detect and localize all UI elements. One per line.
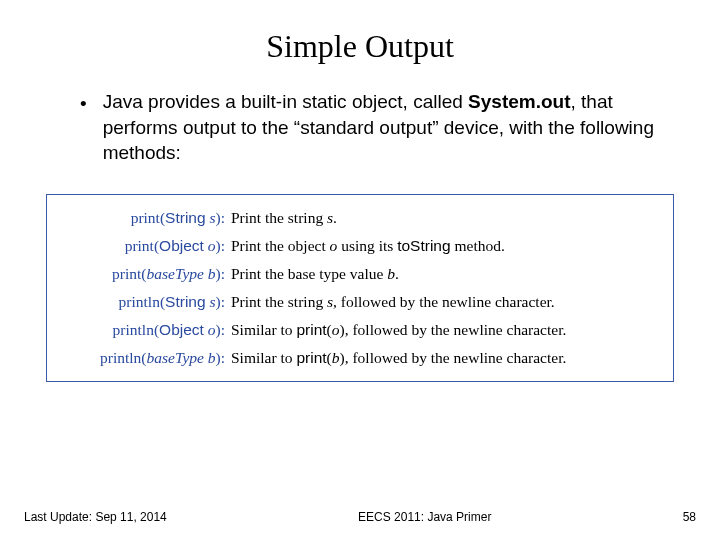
desc-text: method. bbox=[451, 237, 505, 254]
method-desc: Similar to print(b), followed by the new… bbox=[231, 349, 659, 367]
method-param: o bbox=[208, 321, 216, 338]
method-desc: Similar to print(o), followed by the new… bbox=[231, 321, 659, 339]
bullet-dot-icon: • bbox=[80, 91, 87, 117]
method-fn: println bbox=[119, 293, 160, 310]
footer-date: Last Update: Sep 11, 2014 bbox=[24, 510, 167, 524]
method-param: b bbox=[208, 265, 216, 282]
method-row: print(baseType b): Print the base type v… bbox=[61, 265, 659, 283]
bullet-text-pre: Java provides a built-in static object, … bbox=[103, 91, 468, 112]
method-row: println(Object o): Similar to print(o), … bbox=[61, 321, 659, 339]
desc-sans: print bbox=[296, 321, 326, 338]
method-desc: Print the object o using its toString me… bbox=[231, 237, 659, 255]
method-param: s bbox=[209, 293, 215, 310]
method-desc: Print the string s. bbox=[231, 209, 659, 227]
desc-text: Print the object bbox=[231, 237, 330, 254]
method-signature: println(baseType b): bbox=[61, 349, 231, 367]
method-signature: print(Object o): bbox=[61, 237, 231, 255]
method-signature: print(baseType b): bbox=[61, 265, 231, 283]
bullet-text-bold: System.out bbox=[468, 91, 570, 112]
method-type: Object bbox=[159, 237, 204, 254]
method-param: s bbox=[209, 209, 215, 226]
method-fn: print bbox=[125, 237, 154, 254]
desc-var: b bbox=[387, 265, 395, 282]
desc-sans: toString bbox=[397, 237, 450, 254]
method-type: String bbox=[165, 209, 206, 226]
desc-var: o bbox=[332, 321, 340, 338]
desc-var: b bbox=[332, 349, 340, 366]
method-param: o bbox=[208, 237, 216, 254]
desc-text: Print the base type value bbox=[231, 265, 387, 282]
desc-text: , followed by the newline character. bbox=[345, 321, 567, 338]
method-desc: Print the string s, followed by the newl… bbox=[231, 293, 659, 311]
desc-text: using its bbox=[337, 237, 397, 254]
method-type: Object bbox=[159, 321, 204, 338]
method-type: String bbox=[165, 293, 206, 310]
method-fn: print bbox=[131, 209, 160, 226]
method-row: println(baseType b): Similar to print(b)… bbox=[61, 349, 659, 367]
method-signature: print(String s): bbox=[61, 209, 231, 227]
method-param: b bbox=[208, 349, 216, 366]
bullet-text: Java provides a built-in static object, … bbox=[103, 89, 660, 166]
method-row: print(Object o): Print the object o usin… bbox=[61, 237, 659, 255]
method-fn: print bbox=[112, 265, 141, 282]
method-signature: println(Object o): bbox=[61, 321, 231, 339]
footer-course: EECS 2011: Java Primer bbox=[167, 510, 683, 524]
method-type: baseType bbox=[147, 265, 204, 282]
method-fn: println bbox=[113, 321, 154, 338]
desc-text: Print the string bbox=[231, 293, 327, 310]
desc-text: Similar to bbox=[231, 321, 296, 338]
method-row: print(String s): Print the string s. bbox=[61, 209, 659, 227]
desc-text: , followed by the newline character. bbox=[345, 349, 567, 366]
desc-sans: print bbox=[296, 349, 326, 366]
method-type: baseType bbox=[147, 349, 204, 366]
desc-text: Similar to bbox=[231, 349, 296, 366]
desc-text: Print the string bbox=[231, 209, 327, 226]
slide: Simple Output • Java provides a built-in… bbox=[0, 0, 720, 540]
method-signature: println(String s): bbox=[61, 293, 231, 311]
bullet-item: • Java provides a built-in static object… bbox=[80, 89, 660, 166]
slide-footer: Last Update: Sep 11, 2014 EECS 2011: Jav… bbox=[0, 510, 720, 524]
method-row: println(String s): Print the string s, f… bbox=[61, 293, 659, 311]
slide-title: Simple Output bbox=[40, 28, 680, 65]
desc-text: . bbox=[395, 265, 399, 282]
method-table: print(String s): Print the string s. pri… bbox=[46, 194, 674, 382]
method-desc: Print the base type value b. bbox=[231, 265, 659, 283]
desc-text: . bbox=[333, 209, 337, 226]
method-fn: println bbox=[100, 349, 141, 366]
footer-page-number: 58 bbox=[683, 510, 696, 524]
desc-text: , followed by the newline character. bbox=[333, 293, 555, 310]
